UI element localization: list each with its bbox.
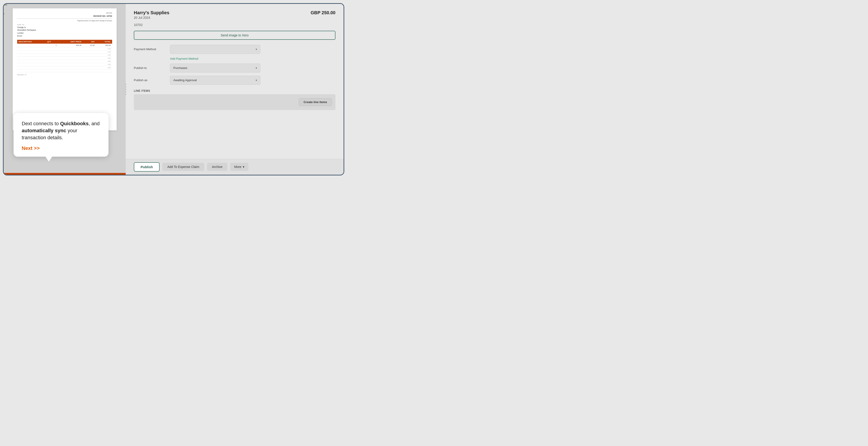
ship-to-address1: Shoreditch Techspace [17,29,112,32]
publish-as-row: Publish as Awaiting Approval ▾ [134,76,336,85]
invoice-number: INVOICE NO. 10702 [17,15,112,17]
supplier-name: Harry's Supplies [134,10,169,15]
publish-to-row: Publish to Purchases ▾ [134,64,336,72]
callout-text-part2: , and [89,121,100,126]
cell-desc [17,44,46,47]
ship-to-address2: London [17,32,112,35]
invoice-summary-header: Harry's Supplies 20 Jul 2024 GBP 250.00 [134,10,336,20]
scroll-dot [125,91,126,92]
ship-to-company: Orange AI [17,26,112,29]
ship-to-label: SHIP TO [17,24,112,26]
callout-body: Dext connects to Quickbooks, and automat… [22,120,100,141]
table-row: 0.00 [17,47,112,50]
more-label: More [234,165,241,169]
add-expense-button[interactable]: Add To Expense Claim [162,163,204,171]
publish-button[interactable]: Publish [134,162,160,171]
orange-bottom-bar [4,173,126,175]
payment-method-label: Payment Method [134,47,170,51]
table-row: 0.00 [17,53,112,57]
line-items-box: Create line items [134,94,336,110]
callout-emphasis: automatically sync [22,128,66,133]
col-unit-price: UNIT PRICE [58,40,83,44]
scroll-dot [125,89,126,90]
table-row: 0.00 [17,50,112,53]
side-label-m: m [4,13,4,15]
scroll-dot [125,94,126,95]
remarks-section: Remarks / P [17,72,112,76]
remarks-label: Remarks / P [17,74,26,76]
more-button[interactable]: More ▾ [230,163,248,171]
cell-total: 250.00 [96,44,112,47]
publish-as-select[interactable]: Awaiting Approval ▾ [170,76,260,85]
payment-method-select[interactable]: ▾ [170,45,260,54]
chevron-down-icon: ▾ [256,79,257,82]
app-frame: 20/7/24 INVOICE NO. 10702 Payment terms … [3,3,344,176]
table-row: 0.00 [17,60,112,63]
table-row: 0.00 [17,57,112,60]
send-xero-button[interactable]: Send image to Xero [134,31,336,40]
add-payment-method-link[interactable]: Add Payment Method [170,57,336,60]
scroll-dot [125,86,126,87]
line-items-label: LINE ITEMS [134,89,336,92]
publish-to-label: Publish to [134,66,170,70]
table-row: 0.00 [17,63,112,66]
invoice-preview-panel: 20/7/24 INVOICE NO. 10702 Payment terms … [4,4,126,175]
cell-qty: 1 [46,44,58,47]
publish-as-value: Awaiting Approval [174,78,197,82]
table-row: 0.00 [17,66,112,69]
create-line-items-button[interactable]: Create line items [299,98,332,106]
scroll-dot [125,84,126,85]
scroll-indicator [125,84,126,95]
invoice-payment-terms: Payment terms 14 days from receipt of in… [17,19,112,22]
supplier-info: Harry's Supplies 20 Jul 2024 [134,10,169,20]
col-description: DESCRIPTION [17,40,46,44]
details-panel: Harry's Supplies 20 Jul 2024 GBP 250.00 … [126,4,344,175]
publish-as-label: Publish as [134,78,170,82]
cell-unit-price: 208.40 [58,44,83,47]
archive-button[interactable]: Archive [207,163,228,171]
action-bar: Publish Add To Expense Claim Archive Mor… [126,159,344,175]
invoice-paper: 20/7/24 INVOICE NO. 10702 Payment terms … [13,8,117,130]
callout-brand: Quickbooks [60,121,89,126]
side-label-hspace: hspace [4,4,7,6]
invoice-date-header: 20/7/24 [17,12,112,14]
ship-to-address3: EC2V [17,35,112,37]
chevron-down-icon: ▾ [256,48,257,51]
callout-text-part1: Dext connects to [22,121,60,126]
publish-to-select[interactable]: Purchases ▾ [170,64,260,72]
col-vat: VAT [83,40,96,44]
invoice-amount: GBP 250.00 [311,10,336,15]
table-row: 1 208.40 41.60 250.00 [17,44,112,47]
invoice-date-display: 20 Jul 2024 [134,16,169,20]
chevron-down-icon: ▾ [243,165,244,169]
invoice-ref-number: 10702 [134,23,336,27]
ship-to-section: SHIP TO Orange AI Shoreditch Techspace L… [17,24,112,37]
callout-tooltip: Dext connects to Quickbooks, and automat… [13,113,108,156]
line-items-section: LINE ITEMS Create line items [134,89,336,110]
publish-to-value: Purchases [174,66,187,70]
chevron-down-icon: ▾ [256,66,257,70]
cell-vat: 41.60 [83,44,96,47]
next-button[interactable]: Next >> [22,145,100,151]
col-qty: QTY [46,40,58,44]
invoice-table: DESCRIPTION QTY UNIT PRICE VAT TOTAL 1 2… [17,40,112,69]
col-total: TOTAL [96,40,112,44]
payment-method-row: Payment Method ▾ [134,45,336,54]
cell-empty-total: 0.00 [96,47,112,50]
